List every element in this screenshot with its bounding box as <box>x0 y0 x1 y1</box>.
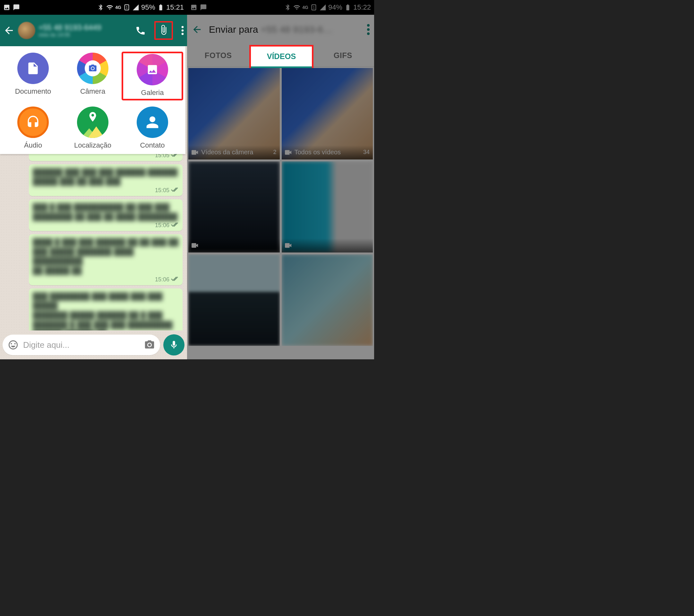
more-icon[interactable] <box>367 24 370 35</box>
headphones-icon <box>26 115 40 129</box>
image-icon <box>3 4 10 11</box>
right-screenshot: 4G 1 94% 15:22 Enviar para +55 48 9193-6… <box>187 0 374 359</box>
battery-icon <box>157 4 164 11</box>
folder-thumb[interactable] <box>282 161 373 253</box>
message-list[interactable]: 15:05 ██████ ███ ███ ███ ██████ ████████… <box>0 148 187 330</box>
call-icon[interactable] <box>135 25 146 36</box>
attach-highlight <box>154 21 173 40</box>
attach-label: Áudio <box>24 141 42 149</box>
clock-time: 15:22 <box>353 3 371 12</box>
back-icon[interactable] <box>3 25 15 36</box>
person-icon <box>145 115 160 129</box>
message-bubble[interactable]: ███ █ ███ ██████████ ██ ███ ███████████ … <box>29 199 183 231</box>
more-icon[interactable] <box>181 25 184 36</box>
camera-icon <box>88 64 97 73</box>
read-ticks-icon <box>171 187 179 194</box>
bluetooth-icon <box>284 4 291 11</box>
attach-label: Contato <box>140 141 165 149</box>
network-type: 4G <box>302 5 308 10</box>
input-bar: Digite aqui... <box>3 334 184 356</box>
contact-status: visto às 14:05 <box>38 32 132 38</box>
clock-time: 15:21 <box>166 3 184 12</box>
message-bubble[interactable]: ████ █ ███ ███ ██████ ██ ██ ███ █████ ██… <box>29 234 183 285</box>
svg-text:1: 1 <box>313 6 315 9</box>
message-bubble[interactable]: ███ ████████ ███ ████ ███ ███ ██████████… <box>29 288 183 331</box>
pin-icon <box>87 111 98 123</box>
battery-percent: 95% <box>141 3 155 12</box>
bluetooth-icon <box>97 4 104 11</box>
attach-label: Galeria <box>141 89 164 97</box>
battery-percent: 94% <box>328 3 342 12</box>
sim-icon: 1 <box>123 4 130 11</box>
document-icon <box>26 61 40 75</box>
folder-thumb[interactable] <box>282 254 373 346</box>
mic-button[interactable] <box>163 334 184 356</box>
svg-point-3 <box>182 30 184 32</box>
attach-contact[interactable]: Contato <box>123 107 182 149</box>
status-bar: 4G 1 94% 15:22 <box>187 0 374 15</box>
signal-icon <box>319 4 326 11</box>
attach-document[interactable]: Documento <box>3 53 63 99</box>
video-gallery[interactable]: Vídeos da câmera 2 Todos os vídeos 34 <box>187 67 374 347</box>
contact-name: +55 48 9193-6449 <box>38 23 132 32</box>
read-ticks-icon <box>171 276 179 283</box>
message-input[interactable]: Digite aqui... <box>3 334 160 355</box>
attach-audio[interactable]: Áudio <box>3 107 63 149</box>
videos-tab-highlight[interactable]: VÍDEOS <box>249 45 313 68</box>
contact-info[interactable]: +55 48 9193-6449 visto às 14:05 <box>38 23 132 38</box>
status-bar: 4G 1 95% 15:21 <box>0 0 187 15</box>
message-time: 15:05 <box>155 187 169 194</box>
video-icon <box>285 243 292 248</box>
attach-label: Câmera <box>80 87 105 96</box>
gallery-icon <box>146 62 159 77</box>
tab-fotos[interactable]: FOTOS <box>187 44 249 67</box>
chat-icon <box>13 4 20 11</box>
svg-point-2 <box>182 26 184 28</box>
svg-point-5 <box>91 67 94 69</box>
video-icon <box>191 150 199 155</box>
svg-point-6 <box>148 343 151 346</box>
folder-camera-videos[interactable]: Vídeos da câmera 2 <box>188 68 280 160</box>
message-time: 15:06 <box>155 276 169 283</box>
chat-icon <box>200 4 207 11</box>
gallery-header: Enviar para +55 48 9193-6… <box>187 15 374 44</box>
mic-icon <box>169 340 179 350</box>
message-bubble[interactable]: ██████ ███ ███ ███ ██████ ███████████ ██… <box>29 164 183 196</box>
video-icon <box>191 243 199 248</box>
folder-count: 34 <box>363 149 370 156</box>
attach-icon[interactable] <box>158 24 169 35</box>
attach-label: Localização <box>74 141 111 149</box>
folder-count: 2 <box>273 149 276 156</box>
video-icon <box>285 150 292 155</box>
sim-icon: 1 <box>310 4 317 11</box>
gallery-title: Enviar para +55 48 9193-6… <box>209 24 361 35</box>
svg-text:1: 1 <box>126 6 128 9</box>
folder-thumb[interactable] <box>188 161 280 253</box>
back-icon[interactable] <box>191 24 202 35</box>
chat-header: +55 48 9193-6449 visto às 14:05 <box>0 15 187 46</box>
emoji-icon[interactable] <box>8 340 19 350</box>
message-time: 15:06 <box>155 222 169 229</box>
read-ticks-icon <box>171 222 179 229</box>
avatar[interactable] <box>18 22 35 39</box>
left-screenshot: 4G 1 95% 15:21 +55 48 9193-6449 visto às… <box>0 0 187 359</box>
input-placeholder: Digite aqui... <box>23 340 140 350</box>
network-type: 4G <box>115 5 121 10</box>
attachment-panel: Documento Câmera Galeria Áudio Localizaç… <box>0 46 185 154</box>
camera-input-icon[interactable] <box>144 340 155 350</box>
tab-gifs[interactable]: GIFS <box>312 44 374 67</box>
attach-camera[interactable]: Câmera <box>63 53 123 99</box>
attach-gallery-highlight[interactable]: Galeria <box>123 53 182 99</box>
folder-all-videos[interactable]: Todos os vídeos 34 <box>282 68 373 160</box>
signal-icon <box>132 4 139 11</box>
folder-name: Todos os vídeos <box>294 148 341 156</box>
wifi-icon <box>293 4 300 11</box>
svg-point-4 <box>182 33 184 35</box>
attach-location[interactable]: Localização <box>63 107 123 149</box>
folder-name: Vídeos da câmera <box>201 148 253 156</box>
image-icon <box>190 4 197 11</box>
battery-icon <box>344 4 351 11</box>
attach-label: Documento <box>15 87 51 96</box>
folder-thumb[interactable] <box>188 254 280 346</box>
wifi-icon <box>106 4 113 11</box>
